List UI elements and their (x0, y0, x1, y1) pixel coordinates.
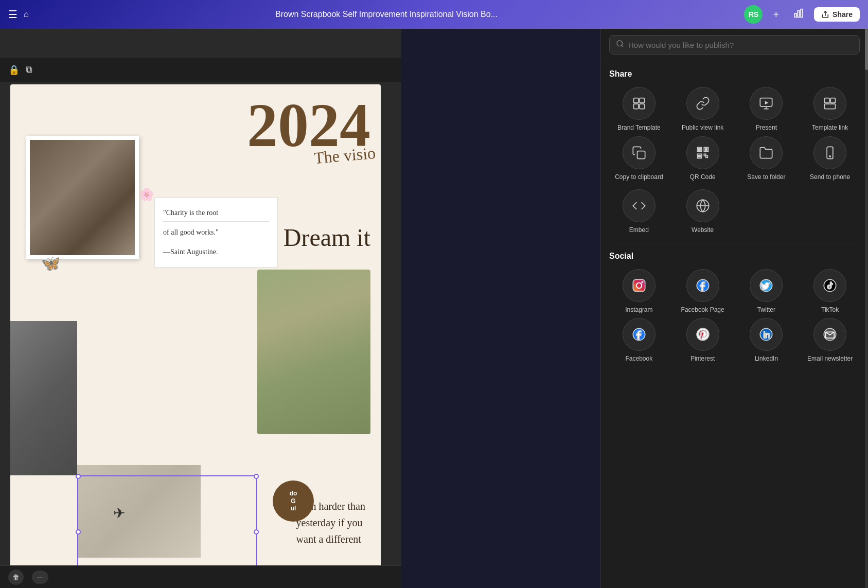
duplicate-icon[interactable]: ⧉ (26, 64, 32, 75)
share-options-row2: Embed Website (609, 189, 860, 235)
brand-template-option[interactable]: Brand Template (609, 87, 669, 132)
document-title: Brown Scrapbook Self Improvement Inspira… (35, 10, 738, 19)
instagram-option[interactable]: Instagram (609, 269, 669, 314)
selection-handle-ml[interactable] (76, 529, 81, 534)
qr-code-icon-circle[interactable] (686, 136, 719, 169)
present-option[interactable]: Present (737, 87, 796, 132)
scrollbar-thumb[interactable] (865, 29, 868, 70)
send-phone-label: Send to phone (810, 173, 850, 182)
menu-icon[interactable]: ☰ (8, 8, 17, 21)
vb-butterfly-deco: 🦋 (41, 254, 60, 272)
more-options-button[interactable]: ··· (32, 571, 48, 584)
lock-icon[interactable]: 🔒 (8, 64, 20, 76)
svg-marker-9 (765, 101, 769, 104)
vb-photo-woman[interactable] (257, 270, 370, 434)
brand-template-icon-circle[interactable] (623, 87, 656, 120)
send-phone-icon-circle[interactable] (813, 136, 846, 169)
embed-option[interactable]: Embed (609, 189, 669, 235)
svg-rect-11 (830, 98, 835, 103)
delete-button[interactable]: 🗑 (8, 569, 24, 585)
website-option[interactable]: Website (673, 189, 733, 235)
pinterest-label: Pinterest (690, 355, 715, 363)
linkedin-option[interactable]: LinkedIn (737, 318, 796, 363)
template-link-icon-circle[interactable] (813, 87, 846, 120)
present-label: Present (756, 124, 777, 132)
selection-handle-tl[interactable] (76, 474, 81, 479)
pinterest-option[interactable]: Pinterest (673, 318, 733, 363)
selection-handle-mr[interactable] (254, 529, 259, 534)
svg-rect-17 (698, 148, 700, 150)
grid-spacer-2 (800, 189, 860, 235)
share-section-label: Share (609, 69, 860, 79)
svg-rect-5 (640, 98, 644, 103)
tiktok-label: TikTok (821, 306, 839, 314)
avatar[interactable]: RS (744, 5, 763, 24)
public-view-link-icon-circle[interactable] (686, 87, 719, 120)
email-newsletter-option[interactable]: Email newsletter (800, 318, 860, 363)
scrollbar-track[interactable] (865, 29, 868, 588)
svg-rect-4 (633, 98, 638, 103)
search-container (601, 29, 868, 61)
topbar: ☰ ⌂ Brown Scrapbook Self Improvement Ins… (0, 0, 868, 29)
vision-board: 2024 The visio Dream it "Charity is the … (10, 84, 381, 588)
send-phone-option[interactable]: Send to phone (800, 136, 860, 182)
qr-code-option[interactable]: QR Code (673, 136, 733, 182)
canvas-toolbar: 🔒 ⧉ (0, 58, 401, 82)
vb-person-photo[interactable] (10, 321, 77, 475)
template-link-option[interactable]: Template link (800, 87, 860, 132)
home-icon[interactable]: ⌂ (24, 10, 29, 19)
svg-rect-12 (825, 104, 836, 109)
social-section-label: Social (609, 252, 860, 261)
instagram-icon-circle[interactable] (623, 269, 656, 302)
tiktok-icon-circle[interactable] (813, 269, 846, 302)
copy-clipboard-option[interactable]: Copy to clipboard (609, 136, 669, 182)
website-icon-circle[interactable] (686, 189, 719, 222)
save-folder-option[interactable]: Save to folder (737, 136, 796, 182)
qr-code-label: QR Code (690, 173, 716, 182)
twitter-icon-circle[interactable] (750, 269, 783, 302)
tiktok-option[interactable]: TikTok (800, 269, 860, 314)
public-view-link-option[interactable]: Public view link (673, 87, 733, 132)
facebook2-option[interactable]: Facebook (609, 318, 669, 363)
brand-template-label: Brand Template (617, 124, 661, 132)
search-input[interactable] (628, 41, 853, 49)
facebook2-icon-circle[interactable] (623, 318, 656, 351)
vb-photo-hands[interactable] (26, 136, 139, 259)
svg-point-3 (617, 41, 623, 46)
svg-point-26 (642, 281, 643, 283)
svg-rect-2 (801, 9, 802, 17)
linkedin-icon-circle[interactable] (750, 318, 783, 351)
embed-label: Embed (629, 226, 649, 235)
share-options-grid: Brand Template Public view link (609, 87, 860, 181)
share-button[interactable]: Share (814, 7, 860, 22)
right-panel: All options Share (600, 0, 868, 588)
bottom-toolbar: 🗑 ··· (0, 565, 401, 588)
linkedin-label: LinkedIn (755, 355, 778, 363)
add-button[interactable]: + (769, 7, 783, 23)
facebook-page-option[interactable]: Facebook Page (673, 269, 733, 314)
svg-rect-6 (633, 104, 638, 109)
svg-rect-10 (825, 98, 829, 103)
svg-rect-18 (705, 148, 707, 150)
public-view-link-label: Public view link (682, 124, 723, 132)
copy-clipboard-icon-circle[interactable] (623, 136, 656, 169)
vb-flower-deco: 🌸 (139, 187, 154, 202)
twitter-label: Twitter (757, 306, 775, 314)
grid-spacer-1 (737, 189, 796, 235)
facebook-page-icon-circle[interactable] (686, 269, 719, 302)
embed-icon-circle[interactable] (623, 189, 656, 222)
search-icon (616, 40, 624, 50)
twitter-option[interactable]: Twitter (737, 269, 796, 314)
present-icon-circle[interactable] (750, 87, 783, 120)
email-newsletter-label: Email newsletter (807, 355, 853, 363)
section-divider (609, 243, 860, 243)
template-link-label: Template link (812, 124, 848, 132)
svg-rect-0 (795, 13, 796, 17)
email-newsletter-icon-circle[interactable] (813, 318, 846, 351)
vb-bottom-badge: doGul (273, 480, 314, 522)
pinterest-icon-circle[interactable] (686, 318, 719, 351)
stats-button[interactable] (789, 6, 808, 23)
selection-handle-tr[interactable] (254, 474, 259, 479)
save-folder-icon-circle[interactable] (750, 136, 783, 169)
social-options-grid: Instagram Facebook Page (609, 269, 860, 363)
